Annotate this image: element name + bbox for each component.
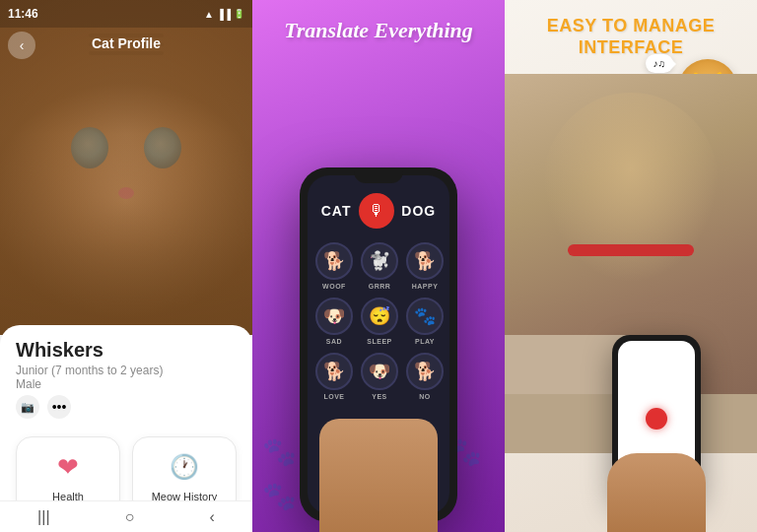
panel2-background: 🐾 🐾 🐾 🐾 🐾 🐾 Translate Everything CAT 🎙 bbox=[252, 0, 505, 532]
panel2-translate: 🐾 🐾 🐾 🐾 🐾 🐾 Translate Everything CAT 🎙 bbox=[252, 0, 505, 532]
cat-age: Junior (7 months to 2 years) bbox=[16, 364, 237, 377]
status-bar: 11:46 ▲ ▐▐ 🔋 bbox=[0, 0, 252, 28]
sound-grrr[interactable]: 🐩 GRRR bbox=[361, 242, 398, 290]
status-icons: ▲ ▐▐ 🔋 bbox=[204, 9, 244, 20]
sounds-grid: 🐕 WOOF 🐩 GRRR 🐕 HAPPY 🐶 bbox=[308, 238, 449, 404]
cat-dog-selector: CAT 🎙 DOG bbox=[308, 175, 449, 238]
camera-icon[interactable]: 📷 bbox=[16, 395, 39, 419]
nav-back-icon[interactable]: ‹ bbox=[210, 508, 215, 526]
paw-print-1: 🐾 bbox=[262, 435, 297, 468]
heart-icon: ❤ bbox=[57, 452, 79, 483]
paw-print-6: 🐾 bbox=[262, 480, 297, 512]
status-time: 11:46 bbox=[8, 7, 38, 21]
sleep-label: SLEEP bbox=[367, 338, 391, 345]
yes-label: YES bbox=[372, 393, 387, 400]
panel1-cat-profile: 11:46 ▲ ▐▐ 🔋 ‹ Cat Profile Whiskers Juni… bbox=[0, 0, 252, 532]
battery-icon: 🔋 bbox=[234, 9, 244, 19]
sleep-circle: 😴 bbox=[361, 298, 398, 335]
back-arrow-icon: ‹ bbox=[20, 37, 25, 53]
nav-home-icon[interactable]: ○ bbox=[125, 508, 135, 526]
dog-selector[interactable]: DOG bbox=[401, 203, 436, 219]
happy-circle: 🐕 bbox=[406, 242, 444, 280]
back-button[interactable]: ‹ bbox=[8, 32, 35, 59]
cat-collar bbox=[568, 244, 694, 256]
microphone-icon: 🎙 bbox=[369, 202, 384, 220]
sad-circle: 🐶 bbox=[315, 298, 353, 335]
mic-button[interactable]: 🎙 bbox=[359, 193, 394, 229]
sound-sad[interactable]: 🐶 SAD bbox=[315, 298, 353, 345]
signal-icon: ▐▐ bbox=[217, 9, 231, 20]
phone-notch bbox=[354, 167, 403, 183]
love-circle: 🐕 bbox=[315, 353, 353, 390]
panel3-interface: EASY TO MANAGE INTERFACE 🐱 ♪♫ bbox=[505, 0, 757, 532]
history-icon-wrap: 🕐 bbox=[167, 449, 202, 485]
sound-no[interactable]: 🐕 NO bbox=[406, 353, 444, 400]
no-label: NO bbox=[419, 393, 431, 400]
history-clock-icon: 🕐 bbox=[170, 453, 199, 481]
grrr-label: GRRR bbox=[369, 283, 391, 290]
bottom-nav: ||| ○ ‹ bbox=[0, 500, 252, 532]
yes-circle: 🐶 bbox=[361, 353, 398, 390]
hand-background bbox=[319, 419, 438, 532]
health-icon-wrap: ❤ bbox=[50, 449, 86, 485]
cat-name: Whiskers bbox=[16, 339, 237, 362]
play-circle: 🐾 bbox=[406, 298, 444, 335]
sound-happy[interactable]: 🐕 HAPPY bbox=[406, 242, 444, 290]
translate-title: Translate Everything bbox=[280, 18, 477, 43]
hand-phone-container bbox=[592, 325, 721, 532]
more-options-icon[interactable]: ••• bbox=[47, 395, 71, 419]
love-label: LOVE bbox=[323, 393, 344, 400]
woof-label: WOOF bbox=[322, 283, 346, 290]
red-dot-indicator bbox=[646, 408, 667, 430]
sound-love[interactable]: 🐕 LOVE bbox=[315, 353, 353, 400]
sound-yes[interactable]: 🐶 YES bbox=[361, 353, 398, 400]
no-circle: 🐕 bbox=[406, 353, 444, 390]
page-title: Cat Profile bbox=[92, 35, 161, 51]
nav-menu-icon[interactable]: ||| bbox=[37, 508, 49, 526]
speech-text: ♪♫ bbox=[654, 58, 666, 69]
sound-sleep[interactable]: 😴 SLEEP bbox=[361, 298, 398, 345]
cat-name-section: Whiskers Junior (7 months to 2 years) Ma… bbox=[0, 325, 252, 427]
panel3-hand bbox=[607, 453, 706, 532]
sound-woof[interactable]: 🐕 WOOF bbox=[315, 242, 353, 290]
wifi-icon: ▲ bbox=[204, 9, 214, 20]
cat-selector[interactable]: CAT bbox=[321, 203, 352, 219]
grrr-circle: 🐩 bbox=[361, 242, 398, 280]
play-label: PLAY bbox=[415, 338, 435, 345]
easy-title-line2: INTERFACE bbox=[579, 37, 684, 57]
easy-title: EASY TO MANAGE INTERFACE bbox=[522, 16, 739, 58]
speech-bubble: ♪♫ bbox=[646, 54, 674, 73]
sound-play[interactable]: 🐾 PLAY bbox=[406, 298, 444, 345]
sad-label: SAD bbox=[326, 338, 342, 345]
happy-label: HAPPY bbox=[412, 283, 439, 290]
woof-circle: 🐕 bbox=[315, 242, 353, 280]
easy-title-line1: EASY TO MANAGE bbox=[547, 16, 715, 35]
cat-info-icons: 📷 ••• bbox=[16, 395, 237, 419]
cat-gender: Male bbox=[16, 377, 237, 391]
